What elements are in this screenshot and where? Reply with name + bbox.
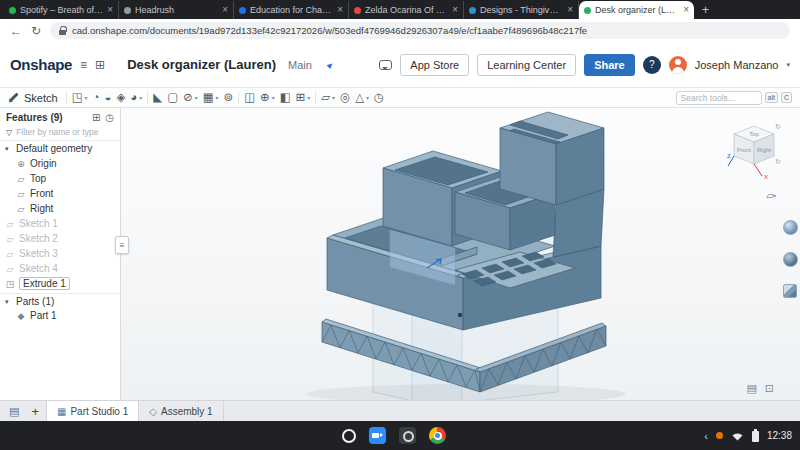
new-tab-button[interactable]: + [694,3,717,19]
tree-caret-icon[interactable]: ▾ [5,145,12,153]
toolbar-icon-linear-pattern[interactable]: ▦ [203,92,214,104]
rotate-arrow-icon[interactable]: ↻ [775,123,781,130]
browser-tab-education[interactable]: Education for Change × [234,1,349,19]
toolbar-icon-circular-pattern[interactable]: ⊚ [224,92,234,104]
user-name[interactable]: Joseph Manzano [695,59,779,71]
toolbar-icon-hole[interactable]: ⊘ [183,92,193,104]
tab-close-icon[interactable]: × [337,5,343,15]
toolbar-icon-loft[interactable]: ◈ [116,92,125,104]
camera-app-icon[interactable] [399,427,416,444]
browser-tab-onshape-active[interactable]: Desk organizer (Lauren × [579,1,694,19]
tab-part-studio-1[interactable]: ▦ Part Studio 1 [46,401,139,421]
browser-tab-headrush[interactable]: Headrush × [119,1,234,19]
toolbar-icon-extrude[interactable]: ◳ [72,92,83,104]
dropdown-caret-icon[interactable]: ▾ [139,94,142,101]
back-icon[interactable]: ← [10,25,22,37]
dropdown-caret-icon[interactable]: ▾ [216,94,219,101]
tree-item-origin[interactable]: ⊕ Origin [0,156,120,171]
view-cube-top-label[interactable]: Top [749,131,759,137]
view-cube[interactable]: Top Front Right Z X ↻ ↻ [726,120,782,184]
tree-group-parts[interactable]: ▾ Parts (1) [0,293,120,308]
tree-item-part-1[interactable]: ◆ Part 1 [0,308,120,323]
tab-assembly-1[interactable]: ◇ Assembly 1 [139,401,223,421]
onshape-logo[interactable]: Onshape [10,56,72,73]
share-button[interactable]: Share [584,54,635,76]
dropdown-caret-icon[interactable]: ▾ [85,94,88,101]
toolbar-icon-mirror[interactable]: ◫ [244,92,255,104]
tab-close-icon[interactable]: × [222,5,228,15]
comments-icon[interactable] [379,60,392,70]
zoom-app-icon[interactable] [369,427,386,444]
fit-view-icon[interactable]: ⊡ [765,382,774,395]
chrome-app-icon[interactable] [429,427,446,444]
browser-tab-spotify[interactable]: Spotify – Breath of the W × [4,1,119,19]
view-cube-right-label[interactable]: Right [757,147,771,153]
toolbar-icon-curve[interactable]: △ [355,92,364,104]
tab-close-icon[interactable]: × [567,5,573,15]
user-menu-caret-icon[interactable]: ▾ [786,61,790,69]
tab-close-icon[interactable]: × [452,5,458,15]
dropdown-caret-icon[interactable]: ▾ [195,94,198,101]
browser-tab-zelda[interactable]: Zelda Ocarina Of Time × [349,1,464,19]
sketch-pencil-icon[interactable] [8,92,19,103]
feature-list-handle[interactable]: ≡ [115,236,129,254]
view-cube-front-label[interactable]: Front [737,147,751,153]
render-mode-icon[interactable] [783,252,798,267]
filter-funnel-icon[interactable]: ▽ [6,128,12,137]
help-icon[interactable]: ? [643,56,661,74]
model-desk-organizer[interactable] [121,108,800,400]
print-icon[interactable]: ▤ [746,382,756,395]
status-tray[interactable]: ‹ 12:38 [704,421,792,450]
tab-close-icon[interactable]: × [683,5,689,15]
tray-chevron-icon[interactable]: ‹ [704,430,708,442]
reload-icon[interactable]: ↻ [31,25,41,37]
app-store-button[interactable]: App Store [400,54,469,76]
tab-list-icon[interactable]: ▤ [4,405,24,418]
release-rocket-icon[interactable]: ▲ [324,58,337,71]
tree-group-default-geometry[interactable]: ▾ Default geometry [0,141,120,156]
model-canvas[interactable]: Top Front Right Z X ↻ ↻ ▱ ▾ ▤ [121,108,800,400]
browser-tab-thingiverse[interactable]: Designs - Thingiverse × [464,1,579,19]
url-field[interactable]: cad.onshape.com/documents/19ad972d133ef4… [50,22,790,39]
tree-item-sketch-4[interactable]: ▱ Sketch 4 [0,261,120,276]
toolbar-icon-split[interactable]: ◧ [280,92,291,104]
toolbar-icon-transform[interactable]: ⊞ [296,92,306,104]
tree-item-sketch-1[interactable]: ▱ Sketch 1 [0,216,120,231]
feature-filter-input[interactable] [16,127,114,137]
toolbar-icon-helix[interactable]: ◎ [340,92,350,104]
toolbar-icon-measure[interactable]: ◷ [374,92,384,104]
toolbar-icon-fillet[interactable]: ◕ [130,92,137,104]
search-tools-input[interactable] [676,91,762,105]
toolbar-icon-revolve[interactable]: ◔ [93,92,100,104]
history-icon[interactable]: ◷ [105,112,114,123]
add-tab-button[interactable]: + [24,404,46,419]
toolbar-icon-shell[interactable]: ▢ [167,92,178,104]
tab-close-icon[interactable]: × [107,5,113,15]
dropdown-caret-icon[interactable]: ▾ [272,94,275,101]
workspace-label[interactable]: Main [288,59,312,71]
rotate-arrow-icon[interactable]: ↻ [775,158,781,165]
main-menu-icon[interactable]: ≡ [80,58,87,72]
display-cube-icon[interactable] [783,284,797,298]
learning-center-button[interactable]: Learning Center [477,54,576,76]
toolbar-icon-sweep[interactable]: ◒ [104,92,111,104]
user-avatar[interactable] [669,56,687,74]
insert-feature-icon[interactable]: ⊞ [92,112,100,123]
dropdown-caret-icon[interactable]: ▾ [307,94,310,101]
toolbar-icon-chamfer[interactable]: ◣ [153,92,162,104]
tree-item-sketch-2[interactable]: ▱ Sketch 2 [0,231,120,246]
tree-item-extrude-1[interactable]: ◳ Extrude 1 [0,276,120,291]
tree-item-front-plane[interactable]: ▱ Front [0,186,120,201]
tree-item-right-plane[interactable]: ▱ Right [0,201,120,216]
view-options-button[interactable]: ▱ ▾ [766,190,776,201]
dropdown-caret-icon[interactable]: ▾ [332,94,335,101]
document-title[interactable]: Desk organizer (Lauren) [127,57,276,72]
tree-caret-icon[interactable]: ▾ [5,298,12,306]
dropdown-caret-icon[interactable]: ▾ [366,94,369,101]
launcher-icon[interactable] [342,429,356,443]
documents-icon[interactable]: ⊞ [95,58,105,72]
appearance-sphere-icon[interactable] [783,220,798,235]
secure-lock-icon[interactable] [59,30,66,35]
tree-item-sketch-3[interactable]: ▱ Sketch 3 [0,246,120,261]
toolbar-icon-boolean[interactable]: ⊕ [260,92,270,104]
